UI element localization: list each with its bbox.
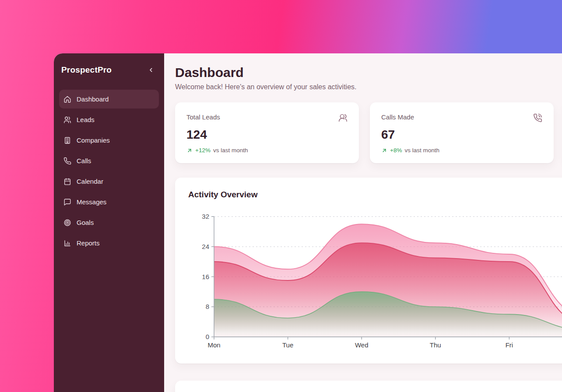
stat-value: 124 [186, 128, 348, 142]
app-window: ProspectPro DashboardLeadsCompaniesCalls… [54, 53, 562, 392]
sidebar-item-calls[interactable]: Calls [59, 151, 159, 170]
sidebar-item-dashboard[interactable]: Dashboard [59, 90, 159, 108]
phone-icon [63, 157, 71, 165]
stat-trend: +12%vs last month [186, 147, 348, 154]
main-content: Dashboard Welcome back! Here's an overvi… [175, 65, 562, 392]
stat-card-total-leads: Total Leads124+12%vs last month [175, 102, 359, 163]
target-icon [63, 219, 71, 227]
y-axis-tick-label: 24 [202, 243, 209, 250]
trend-percent: +8% [390, 147, 402, 154]
sidebar-item-leads[interactable]: Leads [59, 110, 159, 129]
stat-card-header: Total Leads [186, 113, 348, 122]
sidebar-item-label: Companies [77, 136, 110, 144]
home-icon [63, 95, 71, 103]
trend-percent: +12% [195, 147, 211, 154]
chart-title: Activity Overview [188, 190, 562, 200]
sidebar-item-label: Leads [77, 116, 95, 123]
phone-call-icon [533, 113, 542, 122]
sidebar-item-companies[interactable]: Companies [59, 131, 159, 150]
bar-chart-icon [63, 239, 71, 247]
sidebar-header: ProspectPro [59, 65, 159, 75]
x-axis-tick-label: Mon [207, 341, 220, 349]
stats-grid: Total Leads124+12%vs last monthCalls Mad… [175, 102, 562, 163]
building-icon [63, 136, 71, 144]
stat-card-header: Calls Made [381, 113, 542, 122]
message-icon [63, 198, 71, 206]
sidebar-item-messages[interactable]: Messages [59, 192, 159, 211]
sidebar-item-label: Goals [77, 219, 94, 226]
sidebar-item-label: Reports [77, 239, 100, 247]
y-axis-tick-label: 32 [202, 213, 209, 220]
brand-logo: ProspectPro [61, 65, 112, 75]
sidebar-item-goals[interactable]: Goals [59, 213, 159, 232]
x-axis-tick-label: Tue [282, 341, 293, 349]
calendar-icon [63, 178, 71, 186]
activity-overview-card: Activity Overview 08162432MonTueWedThuFr… [175, 178, 562, 364]
stat-label: Calls Made [381, 113, 414, 121]
sidebar-nav: DashboardLeadsCompaniesCallsCalendarMess… [59, 90, 159, 252]
next-section-card-partial [175, 381, 562, 392]
x-axis-tick-label: Thu [430, 341, 441, 349]
main-area: Dashboard Welcome back! Here's an overvi… [164, 53, 562, 392]
sidebar-item-label: Calls [77, 157, 91, 164]
sidebar-collapse-button[interactable] [146, 65, 156, 75]
chevron-left-icon [148, 66, 155, 74]
x-axis-tick-label: Fri [506, 341, 513, 349]
sidebar: ProspectPro DashboardLeadsCompaniesCalls… [54, 53, 164, 392]
y-axis-tick-label: 16 [202, 273, 209, 280]
trend-up-arrow-icon [186, 147, 193, 154]
stat-value: 67 [381, 128, 542, 142]
users-round-icon [338, 113, 348, 122]
x-axis-tick-label: Wed [355, 341, 369, 349]
sidebar-item-label: Messages [77, 198, 106, 206]
sidebar-item-calendar[interactable]: Calendar [59, 172, 159, 191]
sidebar-item-label: Dashboard [77, 95, 109, 103]
trend-up-arrow-icon [381, 147, 387, 154]
y-axis-tick-label: 8 [206, 303, 209, 310]
stat-card-calls-made: Calls Made67+8%vs last month [370, 102, 554, 163]
users-icon [63, 116, 71, 124]
stat-label: Total Leads [186, 113, 220, 121]
y-axis-tick-label: 0 [206, 333, 209, 340]
trend-suffix: vs last month [213, 147, 248, 154]
page-subtitle: Welcome back! Here's an overview of your… [175, 83, 562, 91]
trend-suffix: vs last month [404, 147, 439, 154]
sidebar-item-label: Calendar [77, 178, 103, 185]
activity-chart-svg: 08162432MonTueWedThuFriSat [193, 206, 562, 355]
page-title: Dashboard [175, 65, 562, 80]
stat-trend: +8%vs last month [381, 147, 542, 154]
sidebar-item-reports[interactable]: Reports [59, 234, 159, 252]
